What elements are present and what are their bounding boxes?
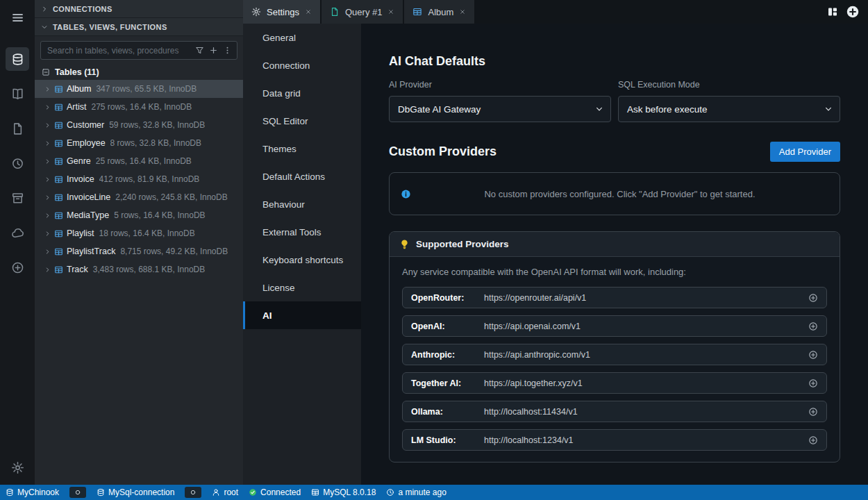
table-details: 8 rows, 32.8 KB, InnoDB — [110, 138, 201, 148]
table-row-track[interactable]: Track3,483 rows, 688.1 KB, InnoDB — [35, 260, 243, 278]
table-details: 25 rows, 16.4 KB, InnoDB — [96, 156, 192, 166]
provider-row-ollama: Ollama:http://localhost:11434/v1 — [402, 401, 827, 422]
settings-nav-behaviour[interactable]: Behaviour — [243, 190, 361, 218]
add-provider-icon[interactable] — [808, 350, 818, 360]
add-provider-icon[interactable] — [808, 378, 818, 388]
add-filter-icon[interactable] — [209, 46, 218, 55]
settings-nav-themes[interactable]: Themes — [243, 135, 361, 162]
connection-color-badge[interactable] — [185, 487, 201, 498]
cloud-button[interactable] — [6, 221, 29, 244]
table-row-playlisttrack[interactable]: PlaylistTrack8,715 rows, 49.2 KB, InnoDB — [35, 242, 243, 260]
tab-settings[interactable]: Settings — [243, 0, 320, 24]
chevron-right-icon[interactable] — [44, 122, 51, 128]
table-row-mediatype[interactable]: MediaType5 rows, 16.4 KB, InnoDB — [35, 206, 243, 224]
status-database[interactable]: MyChinook — [6, 488, 59, 497]
database-button[interactable] — [6, 47, 29, 71]
connections-section-header[interactable]: CONNECTIONS — [35, 0, 243, 18]
tables-section-header[interactable]: TABLES, VIEWS, FUNCTIONS — [35, 18, 243, 36]
status-label: MySql-connection — [108, 488, 174, 497]
database-icon — [97, 488, 105, 497]
chevron-right-icon[interactable] — [44, 231, 51, 237]
ai-provider-select[interactable]: DbGate AI Gateway — [389, 96, 611, 122]
table-name: Album — [67, 84, 91, 94]
left-panel: CONNECTIONS TABLES, VIEWS, FUNCTIONS Tab… — [35, 0, 243, 485]
chevron-right-icon[interactable] — [44, 86, 51, 92]
settings-nav-keyboard-shortcuts[interactable]: Keyboard shortcuts — [243, 246, 361, 274]
archive-button[interactable] — [6, 186, 29, 210]
chevron-right-icon[interactable] — [44, 212, 51, 219]
new-tab-icon[interactable] — [846, 5, 860, 19]
add-connection-button[interactable] — [6, 256, 29, 279]
table-row-customer[interactable]: Customer59 rows, 32.8 KB, InnoDB — [35, 116, 243, 134]
settings-nav-ai[interactable]: AI — [243, 301, 361, 329]
table-row-playlist[interactable]: Playlist18 rows, 16.4 KB, InnoDB — [35, 224, 243, 242]
close-icon[interactable] — [305, 8, 312, 15]
tab-label: Album — [428, 7, 453, 17]
chevron-right-icon[interactable] — [44, 140, 51, 147]
tabs: SettingsQuery #1Album — [243, 0, 474, 24]
sql-execution-mode-value: Ask before execute — [627, 104, 708, 115]
add-provider-icon[interactable] — [808, 293, 818, 303]
search-input[interactable] — [46, 45, 190, 56]
status-user[interactable]: root — [212, 488, 238, 497]
table-row-genre[interactable]: Genre25 rows, 16.4 KB, InnoDB — [35, 152, 243, 170]
close-icon[interactable] — [459, 8, 466, 15]
status-connected[interactable]: Connected — [249, 488, 301, 497]
status-last-refresh[interactable]: a minute ago — [386, 488, 446, 497]
status-server-version[interactable]: MySQL 8.0.18 — [311, 488, 376, 497]
menu-button[interactable] — [6, 6, 29, 29]
sql-execution-mode-field: SQL Execution Mode Ask before execute — [618, 80, 840, 122]
database-color-badge[interactable] — [69, 487, 86, 498]
tab-album[interactable]: Album — [404, 0, 474, 24]
table-row-artist[interactable]: Artist275 rows, 16.4 KB, InnoDB — [35, 98, 243, 116]
add-provider-icon[interactable] — [808, 322, 818, 331]
chevron-right-icon[interactable] — [44, 158, 51, 165]
settings-nav-external-tools[interactable]: External Tools — [243, 218, 361, 246]
add-provider-icon[interactable] — [808, 435, 818, 445]
settings-nav-label: Data grid — [262, 88, 301, 99]
files-button[interactable] — [6, 117, 29, 140]
tables-group-header[interactable]: Tables (11) — [35, 64, 243, 80]
settings-nav-license[interactable]: License — [243, 274, 361, 301]
settings-nav-general[interactable]: General — [243, 24, 361, 51]
add-provider-button[interactable]: Add Provider — [770, 142, 840, 162]
icon-sidebar-bottom — [6, 456, 29, 479]
more-options-icon[interactable] — [223, 46, 232, 55]
add-provider-icon[interactable] — [808, 407, 818, 417]
archive-icon — [11, 192, 24, 205]
chevron-right-icon[interactable] — [44, 267, 51, 273]
tables-group-label: Tables (11) — [55, 67, 99, 77]
table-row-employee[interactable]: Employee8 rows, 32.8 KB, InnoDB — [35, 134, 243, 152]
history-button[interactable] — [6, 151, 29, 175]
chevron-right-icon[interactable] — [44, 104, 51, 110]
settings-nav-default-actions[interactable]: Default Actions — [243, 162, 361, 190]
sql-execution-mode-label: SQL Execution Mode — [618, 80, 840, 90]
settings-nav-connection[interactable]: Connection — [243, 51, 361, 79]
icon-sidebar-top — [6, 6, 29, 279]
chevron-right-icon[interactable] — [44, 194, 51, 201]
widgets-layout-icon[interactable] — [827, 6, 838, 17]
table-name: MediaType — [67, 210, 109, 220]
tab-query-1[interactable]: Query #1 — [322, 0, 403, 24]
docs-button[interactable] — [6, 82, 29, 106]
sql-execution-mode-select[interactable]: Ask before execute — [618, 96, 840, 122]
custom-providers-title: Custom Providers — [389, 144, 496, 159]
settings-button[interactable] — [6, 456, 29, 479]
table-icon — [54, 157, 63, 166]
chevron-right-icon[interactable] — [44, 176, 51, 183]
settings-nav-data-grid[interactable]: Data grid — [243, 79, 361, 107]
close-icon[interactable] — [387, 8, 394, 15]
connections-header-label: CONNECTIONS — [53, 5, 112, 13]
status-connection[interactable]: MySql-connection — [97, 488, 174, 497]
circle-badge-icon — [74, 489, 81, 496]
settings-nav-sql-editor[interactable]: SQL Editor — [243, 107, 361, 135]
filter-icon[interactable] — [195, 46, 204, 55]
tab-bar: SettingsQuery #1Album — [243, 0, 868, 24]
table-row-invoice[interactable]: Invoice412 rows, 81.9 KB, InnoDB — [35, 170, 243, 188]
chevron-right-icon[interactable] — [44, 249, 51, 255]
table-row-album[interactable]: Album347 rows, 65.5 KB, InnoDB — [35, 80, 243, 98]
table-row-invoiceline[interactable]: InvoiceLine2,240 rows, 245.8 KB, InnoDB — [35, 188, 243, 206]
ai-provider-label: AI Provider — [389, 80, 611, 90]
collapse-group-icon[interactable] — [42, 68, 50, 76]
table-details: 5 rows, 16.4 KB, InnoDB — [114, 210, 205, 220]
